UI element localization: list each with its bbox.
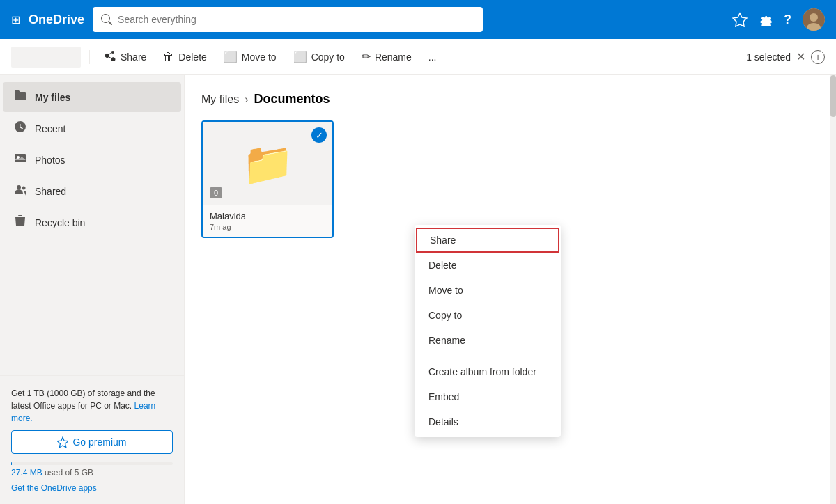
search-icon (101, 14, 112, 25)
close-selection-icon[interactable]: ✕ (796, 50, 805, 63)
move-to-label: Move to (242, 52, 277, 63)
topbar: ⊞ OneDrive ? (0, 0, 836, 39)
ctx-delete[interactable]: Delete (415, 253, 561, 278)
more-label: ... (428, 52, 437, 63)
breadcrumb: My files › Documentos (201, 92, 819, 107)
ctx-copy-to[interactable]: Copy to (415, 303, 561, 328)
rename-icon: ✏ (362, 50, 371, 63)
sidebar-item-recent[interactable]: Recent (3, 113, 181, 143)
settings-icon[interactable] (759, 13, 773, 26)
copy-icon: ⬜ (293, 50, 307, 63)
ctx-rename[interactable]: Rename (415, 328, 561, 353)
avatar[interactable] (803, 8, 825, 31)
share-icon (105, 50, 116, 64)
file-info: Malavida 7m ag (203, 205, 332, 237)
file-meta: 7m ag (210, 223, 325, 231)
toolbar-logo-placeholder (11, 47, 81, 68)
ctx-share[interactable]: Share (416, 228, 559, 253)
move-icon: ⬜ (224, 50, 238, 63)
sidebar-item-my-files[interactable]: My files (3, 82, 181, 112)
info-icon[interactable]: i (811, 50, 825, 64)
svg-point-7 (22, 187, 26, 190)
share-label: Share (121, 52, 146, 63)
more-button[interactable]: ... (421, 47, 444, 67)
storage-info: 27.4 MB used of 5 GB (11, 462, 173, 478)
storage-used: 27.4 MB (11, 468, 42, 478)
photos-icon (14, 152, 26, 168)
app-logo: OneDrive (29, 13, 84, 27)
grid-icon[interactable]: ⊞ (11, 13, 20, 26)
svg-point-6 (17, 185, 21, 189)
delete-label: Delete (178, 52, 206, 63)
delete-button[interactable]: 🗑 Delete (156, 47, 213, 68)
sidebar-label-shared: Shared (35, 186, 66, 197)
sidebar-item-recycle-bin[interactable]: Recycle bin (3, 207, 181, 237)
content-area: My files › Documentos 📁 ✓ 0 Malavida 7m … (185, 75, 836, 504)
share-button[interactable]: Share (98, 46, 153, 68)
sidebar-bottom: Get 1 TB (1000 GB) of storage and the la… (0, 375, 184, 504)
sidebar-nav: My files Recent Photos Shared (0, 75, 184, 375)
copy-to-label: Copy to (311, 52, 345, 63)
selected-count: 1 selected (746, 52, 791, 63)
search-bar[interactable] (93, 7, 483, 32)
ctx-details[interactable]: Details (415, 409, 561, 434)
scrollbar-track[interactable] (830, 75, 836, 504)
sidebar-label-my-files: My files (35, 92, 70, 103)
topbar-actions: ? (732, 8, 825, 31)
breadcrumb-current: Documentos (254, 92, 330, 107)
svg-point-2 (810, 13, 818, 22)
svg-marker-0 (733, 13, 747, 26)
toolbar-separator (89, 50, 90, 64)
breadcrumb-separator: › (245, 93, 248, 106)
file-grid: 📁 ✓ 0 Malavida 7m ag (201, 120, 819, 238)
copy-to-button[interactable]: ⬜ Copy to (286, 46, 352, 68)
ctx-create-album[interactable]: Create album from folder (415, 359, 561, 384)
storage-bar-fill (11, 462, 12, 465)
sidebar-item-shared[interactable]: Shared (3, 176, 181, 206)
toolbar: Share 🗑 Delete ⬜ Move to ⬜ Copy to ✏ Ren… (0, 39, 836, 75)
file-item[interactable]: 📁 ✓ 0 Malavida 7m ag (201, 120, 334, 238)
svg-rect-4 (15, 154, 26, 162)
my-files-icon (14, 89, 26, 105)
sidebar-label-photos: Photos (35, 155, 65, 166)
main-layout: My files Recent Photos Shared (0, 75, 836, 504)
selected-badge: ✓ (311, 127, 327, 143)
storage-bar (11, 462, 173, 465)
get-apps-link[interactable]: Get the OneDrive apps (11, 483, 173, 493)
premium-icon[interactable] (732, 12, 748, 27)
move-to-button[interactable]: ⬜ Move to (217, 46, 284, 68)
ctx-move-to[interactable]: Move to (415, 278, 561, 303)
breadcrumb-root[interactable]: My files (201, 93, 239, 106)
sidebar-item-photos[interactable]: Photos (3, 145, 181, 175)
sidebar-label-recent: Recent (35, 123, 65, 134)
scrollbar-thumb (830, 75, 836, 117)
go-premium-button[interactable]: Go premium (11, 430, 173, 454)
shared-icon (14, 183, 26, 199)
file-count: 0 (210, 187, 222, 198)
file-name: Malavida (210, 211, 325, 221)
promo-text: Get 1 TB (1000 GB) of storage and the la… (11, 387, 173, 425)
premium-btn-icon (57, 436, 68, 448)
recycle-bin-icon (14, 214, 26, 230)
rename-label: Rename (375, 52, 412, 63)
go-premium-label: Go premium (72, 436, 126, 448)
sidebar-label-recycle-bin: Recycle bin (35, 217, 85, 228)
file-thumbnail: 📁 ✓ 0 (203, 122, 332, 205)
svg-marker-8 (57, 437, 68, 448)
delete-icon: 🗑 (163, 51, 174, 63)
sidebar: My files Recent Photos Shared (0, 75, 185, 504)
ctx-divider (415, 356, 561, 356)
folder-icon: 📁 (242, 139, 294, 189)
rename-button[interactable]: ✏ Rename (355, 46, 419, 68)
toolbar-right: 1 selected ✕ i (746, 50, 825, 64)
storage-of-text: used of 5 GB (42, 468, 93, 478)
help-icon[interactable]: ? (784, 13, 791, 27)
search-input[interactable] (118, 14, 474, 25)
context-menu: Share Delete Move to Copy to Rename Crea… (415, 225, 561, 437)
recent-icon (14, 120, 26, 136)
app-name: OneDrive (29, 13, 84, 27)
ctx-embed[interactable]: Embed (415, 384, 561, 409)
